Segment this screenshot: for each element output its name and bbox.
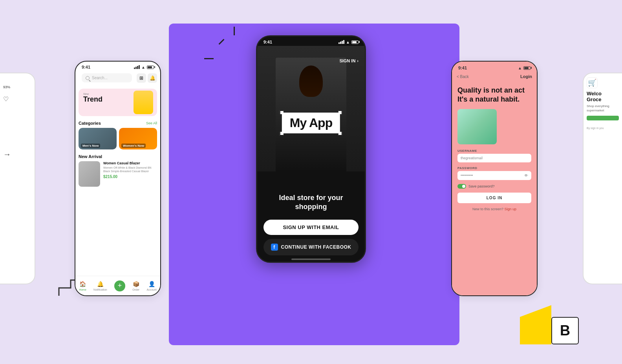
right-wifi-icon: ▲ bbox=[518, 66, 522, 70]
nav-order[interactable]: 📦 Order bbox=[132, 280, 139, 291]
username-field: USERNAME thegreatismail bbox=[457, 149, 531, 162]
center-status-bar: 9:41 ▲ bbox=[257, 36, 365, 46]
nav-add-button[interactable]: + bbox=[114, 280, 125, 291]
right-phone: 9:41 ▲ < Back Login Quality is not an ac… bbox=[451, 61, 538, 296]
right-status-icons: ▲ bbox=[518, 66, 531, 70]
left-search-bar[interactable]: Search... bbox=[82, 73, 132, 82]
category-womens-label: Women's Now bbox=[121, 144, 146, 148]
center-status-icons: ▲ bbox=[338, 40, 359, 44]
yellow-shape bbox=[520, 305, 551, 344]
far-left-heart-icon: ♡ bbox=[3, 95, 31, 103]
username-input[interactable]: thegreatismail bbox=[457, 154, 531, 162]
home-icon: 🏠 bbox=[79, 280, 86, 288]
facebook-button-label: CONTINUE WITH FACEBOOK bbox=[281, 244, 351, 250]
order-icon: 📦 bbox=[132, 280, 139, 288]
nav-account[interactable]: 👤 Account bbox=[147, 280, 157, 291]
b-logo-letter: B bbox=[560, 322, 570, 339]
account-icon: 👤 bbox=[148, 280, 155, 288]
nav-order-label: Order bbox=[132, 288, 139, 291]
signup-email-button[interactable]: SIGN UP WITH EMAIL bbox=[263, 220, 359, 235]
left-status-icons: ▲ bbox=[134, 65, 154, 69]
bell-icon[interactable]: 🔔 bbox=[148, 73, 157, 83]
category-womens[interactable]: Women's Now bbox=[119, 128, 157, 149]
save-password-label: Save password? bbox=[468, 184, 495, 188]
password-input[interactable]: •••••••••• 👁 bbox=[457, 171, 531, 180]
deco-horizontal-line bbox=[204, 58, 214, 59]
bag-product-image bbox=[457, 109, 497, 144]
new-arrival-title: New Arrival bbox=[79, 154, 102, 159]
nav-home-label: Home bbox=[79, 288, 86, 291]
center-phone: 9:41 ▲ SIGN IN › Ideal bbox=[256, 35, 366, 263]
left-status-bar: 9:41 ▲ bbox=[75, 62, 160, 71]
facebook-icon: f bbox=[271, 244, 278, 251]
new-arrival-header: New Arrival bbox=[79, 154, 157, 159]
welcome-subtitle: Shop everything supermarket bbox=[587, 104, 619, 113]
center-battery-icon bbox=[351, 40, 359, 44]
b-logo-box: B bbox=[551, 317, 579, 344]
category-grid: Men's Now Women's Now bbox=[79, 128, 157, 149]
login-label: Login bbox=[520, 74, 532, 79]
password-field: PASSWORD •••••••••• 👁 bbox=[457, 166, 531, 180]
nav-home[interactable]: 🏠 Home bbox=[79, 280, 86, 291]
nav-notification[interactable]: 🔔 Notification bbox=[93, 280, 107, 291]
product-description: Women Off-White & Black Diamond BN Black… bbox=[103, 166, 157, 173]
new-arrival-section: New Arrival Women Casual Blazer Women Of… bbox=[75, 152, 160, 189]
trend-person-image bbox=[134, 91, 153, 114]
left-search-row: Search... ⊞ 🔔 bbox=[75, 71, 160, 86]
center-wifi-icon: ▲ bbox=[346, 40, 350, 44]
sign-up-link[interactable]: Sign up bbox=[505, 207, 517, 211]
product-info: Women Casual Blazer Women Off-White & Bl… bbox=[103, 161, 157, 179]
bottom-nav: 🏠 Home 🔔 Notification + 📦 Order 👤 Accoun… bbox=[75, 276, 160, 295]
nav-account-label: Account bbox=[147, 288, 157, 291]
sign-in-link[interactable]: SIGN IN › bbox=[339, 58, 359, 63]
product-card[interactable]: Women Casual Blazer Women Off-White & Bl… bbox=[79, 161, 157, 187]
continue-facebook-button[interactable]: f CONTINUE WITH FACEBOOK bbox=[263, 239, 359, 255]
right-phone-content: 9:41 ▲ < Back Login Quality is not an ac… bbox=[452, 62, 537, 295]
category-mens[interactable]: Men's Now bbox=[79, 128, 117, 149]
welcome-title: Welco Groce bbox=[587, 91, 619, 102]
save-password-toggle[interactable] bbox=[457, 184, 466, 189]
badge-corner-bl bbox=[280, 132, 284, 136]
back-button[interactable]: < Back bbox=[457, 75, 469, 79]
grid-icon[interactable]: ⊞ bbox=[137, 73, 146, 83]
right-time: 9:41 bbox=[458, 66, 467, 70]
far-right-phone: 🛒 Welco Groce Shop everything supermarke… bbox=[583, 73, 622, 284]
categories-header: Categories See All bbox=[79, 121, 157, 126]
signin-note: By sign in you bbox=[587, 127, 619, 129]
category-mens-label: Men's Now bbox=[81, 144, 100, 148]
far-left-battery: 93% bbox=[3, 85, 31, 89]
deco-vertical-line bbox=[234, 27, 235, 35]
save-password-row: Save password? bbox=[457, 184, 531, 189]
grocery-button[interactable] bbox=[587, 116, 619, 120]
far-right-content: 🛒 Welco Groce Shop everything supermarke… bbox=[584, 73, 622, 133]
username-label: USERNAME bbox=[457, 149, 531, 153]
product-name: Women Casual Blazer bbox=[103, 161, 157, 165]
grocery-icon: 🛒 bbox=[588, 78, 596, 87]
quality-line1: Quality is not an act bbox=[457, 86, 525, 94]
quality-headline: Quality is not an act It's a natural hab… bbox=[452, 81, 537, 109]
login-button[interactable]: LOG IN bbox=[457, 193, 531, 203]
username-value: thegreatismail bbox=[461, 156, 483, 160]
product-price: $215.00 bbox=[103, 175, 157, 179]
trend-banner: New Trend bbox=[79, 89, 157, 116]
see-all-link[interactable]: See All bbox=[146, 121, 157, 125]
tagline: Ideal store for your shopping bbox=[263, 193, 359, 212]
sign-in-arrow-icon: › bbox=[357, 58, 359, 63]
categories-section: Categories See All Men's Now Women's Now bbox=[75, 118, 160, 152]
center-time: 9:41 bbox=[263, 40, 272, 44]
left-phone: 9:41 ▲ Search... ⊞ 🔔 New bbox=[75, 61, 161, 296]
app-name-badge: My App bbox=[281, 112, 341, 134]
sign-in-text: SIGN IN bbox=[339, 58, 355, 63]
search-placeholder: Search... bbox=[92, 76, 108, 80]
eye-icon[interactable]: 👁 bbox=[524, 173, 528, 178]
app-name-text: My App bbox=[290, 116, 332, 130]
password-label: PASSWORD bbox=[457, 166, 531, 170]
categories-title: Categories bbox=[79, 121, 101, 126]
new-here-label: New to this screen? bbox=[472, 207, 503, 211]
grocery-logo: 🛒 bbox=[587, 77, 598, 88]
quality-line2: It's a natural habit. bbox=[457, 95, 520, 103]
center-hero-image: SIGN IN › bbox=[257, 46, 365, 171]
badge-corner-tr bbox=[338, 110, 342, 114]
right-nav-header: < Back Login bbox=[452, 72, 537, 81]
center-phone-bottom: Ideal store for your shopping SIGN UP WI… bbox=[257, 171, 365, 263]
